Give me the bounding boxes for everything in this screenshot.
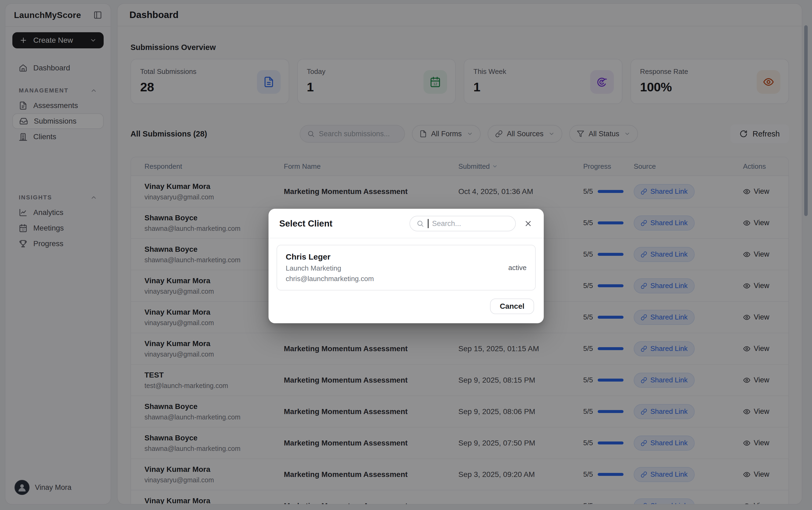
modal-footer: Cancel <box>269 293 544 323</box>
client-name: Chris Leger <box>286 252 374 261</box>
client-info: Chris Leger Launch Marketing chris@launc… <box>286 252 374 283</box>
cancel-button[interactable]: Cancel <box>490 299 534 314</box>
client-list: Chris Leger Launch Marketing chris@launc… <box>269 238 544 293</box>
client-search-input[interactable]: Search... <box>410 216 516 231</box>
client-option[interactable]: Chris Leger Launch Marketing chris@launc… <box>277 245 536 290</box>
cancel-label: Cancel <box>500 302 524 311</box>
client-company: Launch Marketing <box>286 264 374 273</box>
client-email: chris@launchmarketing.com <box>286 275 374 283</box>
modal-title: Select Client <box>279 219 332 229</box>
modal-header: Select Client Search... <box>269 209 544 238</box>
search-placeholder: Search... <box>432 220 461 228</box>
text-cursor <box>428 219 428 228</box>
search-icon <box>417 220 424 227</box>
client-status-badge: active <box>508 263 527 272</box>
select-client-modal: Select Client Search... Chris Leger Laun… <box>269 209 544 323</box>
close-icon[interactable] <box>522 218 534 229</box>
